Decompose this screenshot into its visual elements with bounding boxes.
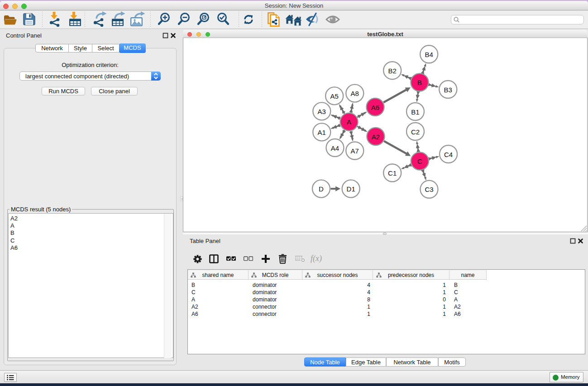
svg-text:A: A — [347, 118, 351, 126]
svg-text:B: B — [417, 79, 422, 86]
svg-text:A5: A5 — [330, 92, 339, 100]
svg-text:C3: C3 — [425, 186, 433, 193]
svg-text:C4: C4 — [444, 151, 453, 158]
svg-text:A6: A6 — [371, 104, 379, 111]
svg-text:B1: B1 — [411, 108, 419, 116]
svg-text:C1: C1 — [388, 169, 397, 177]
svg-text:A8: A8 — [351, 90, 359, 97]
svg-text:B3: B3 — [444, 86, 452, 94]
svg-text:D1: D1 — [347, 185, 355, 193]
svg-text:B2: B2 — [388, 67, 397, 75]
svg-text:C: C — [417, 157, 422, 165]
svg-text:A7: A7 — [351, 147, 359, 155]
svg-text:B4: B4 — [425, 51, 433, 58]
svg-text:A4: A4 — [331, 144, 339, 152]
svg-text:C2: C2 — [411, 128, 420, 136]
svg-text:A3: A3 — [318, 108, 326, 115]
svg-text:A2: A2 — [372, 133, 380, 141]
svg-text:D: D — [319, 185, 324, 193]
svg-text:A1: A1 — [318, 129, 326, 136]
